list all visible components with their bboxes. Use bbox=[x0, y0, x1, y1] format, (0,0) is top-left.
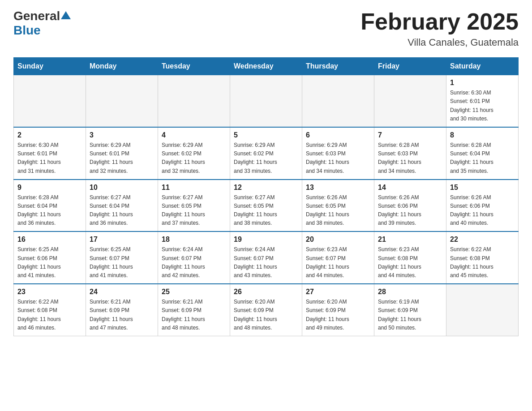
day-number: 1 bbox=[450, 79, 515, 87]
day-number: 7 bbox=[378, 131, 442, 139]
day-info: Sunrise: 6:26 AM Sunset: 6:06 PM Dayligh… bbox=[378, 193, 442, 228]
table-row: 1Sunrise: 6:30 AM Sunset: 6:01 PM Daylig… bbox=[446, 75, 519, 127]
day-number: 5 bbox=[234, 131, 298, 139]
day-number: 9 bbox=[17, 184, 82, 192]
day-info: Sunrise: 6:30 AM Sunset: 6:01 PM Dayligh… bbox=[450, 89, 515, 123]
day-number: 24 bbox=[90, 288, 154, 296]
logo: General Blue bbox=[13, 9, 71, 38]
day-info: Sunrise: 6:25 AM Sunset: 6:06 PM Dayligh… bbox=[17, 245, 82, 280]
day-number: 2 bbox=[17, 131, 82, 139]
table-row: 16Sunrise: 6:25 AM Sunset: 6:06 PM Dayli… bbox=[14, 231, 86, 284]
day-number: 16 bbox=[17, 235, 82, 244]
calendar-week-row: 1Sunrise: 6:30 AM Sunset: 6:01 PM Daylig… bbox=[14, 75, 519, 127]
day-info: Sunrise: 6:29 AM Sunset: 6:02 PM Dayligh… bbox=[162, 141, 226, 176]
day-info: Sunrise: 6:24 AM Sunset: 6:07 PM Dayligh… bbox=[162, 245, 226, 280]
table-row: 14Sunrise: 6:26 AM Sunset: 6:06 PM Dayli… bbox=[374, 180, 446, 232]
table-row: 8Sunrise: 6:28 AM Sunset: 6:04 PM Daylig… bbox=[446, 127, 519, 180]
table-row: 22Sunrise: 6:22 AM Sunset: 6:08 PM Dayli… bbox=[446, 231, 519, 284]
logo-general-text: General bbox=[13, 9, 60, 23]
table-row bbox=[158, 75, 230, 127]
table-row bbox=[230, 75, 302, 127]
day-info: Sunrise: 6:21 AM Sunset: 6:09 PM Dayligh… bbox=[90, 298, 154, 332]
table-row bbox=[374, 75, 446, 127]
calendar-week-row: 16Sunrise: 6:25 AM Sunset: 6:06 PM Dayli… bbox=[14, 231, 519, 284]
calendar-week-row: 23Sunrise: 6:22 AM Sunset: 6:08 PM Dayli… bbox=[14, 284, 519, 336]
day-number: 19 bbox=[234, 235, 298, 244]
day-number: 17 bbox=[90, 235, 154, 244]
table-row: 17Sunrise: 6:25 AM Sunset: 6:07 PM Dayli… bbox=[86, 231, 158, 284]
day-info: Sunrise: 6:26 AM Sunset: 6:06 PM Dayligh… bbox=[450, 193, 515, 228]
table-row: 2Sunrise: 6:30 AM Sunset: 6:01 PM Daylig… bbox=[14, 127, 86, 180]
table-row bbox=[86, 75, 158, 127]
table-row: 25Sunrise: 6:21 AM Sunset: 6:09 PM Dayli… bbox=[158, 284, 230, 336]
col-monday: Monday bbox=[86, 58, 158, 75]
table-row: 12Sunrise: 6:27 AM Sunset: 6:05 PM Dayli… bbox=[230, 180, 302, 232]
table-row: 20Sunrise: 6:23 AM Sunset: 6:07 PM Dayli… bbox=[302, 231, 374, 284]
calendar-table: Sunday Monday Tuesday Wednesday Thursday… bbox=[13, 57, 519, 336]
day-number: 22 bbox=[450, 235, 515, 244]
col-saturday: Saturday bbox=[446, 58, 519, 75]
col-tuesday: Tuesday bbox=[158, 58, 230, 75]
col-friday: Friday bbox=[374, 58, 446, 75]
day-info: Sunrise: 6:23 AM Sunset: 6:07 PM Dayligh… bbox=[306, 245, 370, 280]
day-info: Sunrise: 6:29 AM Sunset: 6:02 PM Dayligh… bbox=[234, 141, 298, 176]
calendar-week-row: 2Sunrise: 6:30 AM Sunset: 6:01 PM Daylig… bbox=[14, 127, 519, 180]
day-info: Sunrise: 6:20 AM Sunset: 6:09 PM Dayligh… bbox=[306, 298, 370, 332]
table-row: 7Sunrise: 6:28 AM Sunset: 6:03 PM Daylig… bbox=[374, 127, 446, 180]
day-number: 25 bbox=[162, 288, 226, 296]
day-info: Sunrise: 6:27 AM Sunset: 6:05 PM Dayligh… bbox=[162, 193, 226, 228]
table-row: 19Sunrise: 6:24 AM Sunset: 6:07 PM Dayli… bbox=[230, 231, 302, 284]
day-number: 8 bbox=[450, 131, 515, 139]
day-number: 4 bbox=[162, 131, 226, 139]
table-row: 15Sunrise: 6:26 AM Sunset: 6:06 PM Dayli… bbox=[446, 180, 519, 232]
table-row bbox=[302, 75, 374, 127]
month-title: February 2025 bbox=[360, 9, 519, 34]
day-number: 13 bbox=[306, 184, 370, 192]
logo-blue-text: Blue bbox=[13, 23, 41, 38]
table-row: 6Sunrise: 6:29 AM Sunset: 6:03 PM Daylig… bbox=[302, 127, 374, 180]
day-number: 14 bbox=[378, 184, 442, 192]
day-info: Sunrise: 6:20 AM Sunset: 6:09 PM Dayligh… bbox=[234, 298, 298, 332]
table-row: 18Sunrise: 6:24 AM Sunset: 6:07 PM Dayli… bbox=[158, 231, 230, 284]
day-number: 6 bbox=[306, 131, 370, 139]
table-row: 9Sunrise: 6:28 AM Sunset: 6:04 PM Daylig… bbox=[14, 180, 86, 232]
day-info: Sunrise: 6:28 AM Sunset: 6:04 PM Dayligh… bbox=[450, 141, 515, 176]
day-number: 10 bbox=[90, 184, 154, 192]
day-number: 20 bbox=[306, 235, 370, 244]
day-info: Sunrise: 6:22 AM Sunset: 6:08 PM Dayligh… bbox=[17, 298, 82, 332]
day-info: Sunrise: 6:22 AM Sunset: 6:08 PM Dayligh… bbox=[450, 245, 515, 280]
logo-triangle-icon bbox=[61, 10, 71, 20]
day-number: 28 bbox=[378, 288, 442, 296]
location-subtitle: Villa Canales, Guatemala bbox=[360, 37, 519, 48]
day-info: Sunrise: 6:28 AM Sunset: 6:04 PM Dayligh… bbox=[17, 193, 82, 228]
calendar-header-row: Sunday Monday Tuesday Wednesday Thursday… bbox=[14, 58, 519, 75]
day-info: Sunrise: 6:25 AM Sunset: 6:07 PM Dayligh… bbox=[90, 245, 154, 280]
day-number: 12 bbox=[234, 184, 298, 192]
table-row: 3Sunrise: 6:29 AM Sunset: 6:01 PM Daylig… bbox=[86, 127, 158, 180]
day-number: 15 bbox=[450, 184, 515, 192]
day-info: Sunrise: 6:29 AM Sunset: 6:01 PM Dayligh… bbox=[90, 141, 154, 176]
day-info: Sunrise: 6:23 AM Sunset: 6:08 PM Dayligh… bbox=[378, 245, 442, 280]
table-row: 24Sunrise: 6:21 AM Sunset: 6:09 PM Dayli… bbox=[86, 284, 158, 336]
day-info: Sunrise: 6:28 AM Sunset: 6:03 PM Dayligh… bbox=[378, 141, 442, 176]
page-header: General Blue February 2025 Villa Canales… bbox=[13, 9, 519, 48]
table-row: 27Sunrise: 6:20 AM Sunset: 6:09 PM Dayli… bbox=[302, 284, 374, 336]
title-area: February 2025 Villa Canales, Guatemala bbox=[360, 9, 519, 48]
day-number: 23 bbox=[17, 288, 82, 296]
day-number: 26 bbox=[234, 288, 298, 296]
day-info: Sunrise: 6:24 AM Sunset: 6:07 PM Dayligh… bbox=[234, 245, 298, 280]
day-info: Sunrise: 6:19 AM Sunset: 6:09 PM Dayligh… bbox=[378, 298, 442, 332]
table-row: 11Sunrise: 6:27 AM Sunset: 6:05 PM Dayli… bbox=[158, 180, 230, 232]
col-wednesday: Wednesday bbox=[230, 58, 302, 75]
day-info: Sunrise: 6:30 AM Sunset: 6:01 PM Dayligh… bbox=[17, 141, 82, 176]
table-row bbox=[14, 75, 86, 127]
table-row: 5Sunrise: 6:29 AM Sunset: 6:02 PM Daylig… bbox=[230, 127, 302, 180]
day-info: Sunrise: 6:29 AM Sunset: 6:03 PM Dayligh… bbox=[306, 141, 370, 176]
table-row: 10Sunrise: 6:27 AM Sunset: 6:04 PM Dayli… bbox=[86, 180, 158, 232]
col-thursday: Thursday bbox=[302, 58, 374, 75]
table-row: 13Sunrise: 6:26 AM Sunset: 6:05 PM Dayli… bbox=[302, 180, 374, 232]
col-sunday: Sunday bbox=[14, 58, 86, 75]
day-info: Sunrise: 6:27 AM Sunset: 6:05 PM Dayligh… bbox=[234, 193, 298, 228]
table-row: 26Sunrise: 6:20 AM Sunset: 6:09 PM Dayli… bbox=[230, 284, 302, 336]
day-number: 3 bbox=[90, 131, 154, 139]
